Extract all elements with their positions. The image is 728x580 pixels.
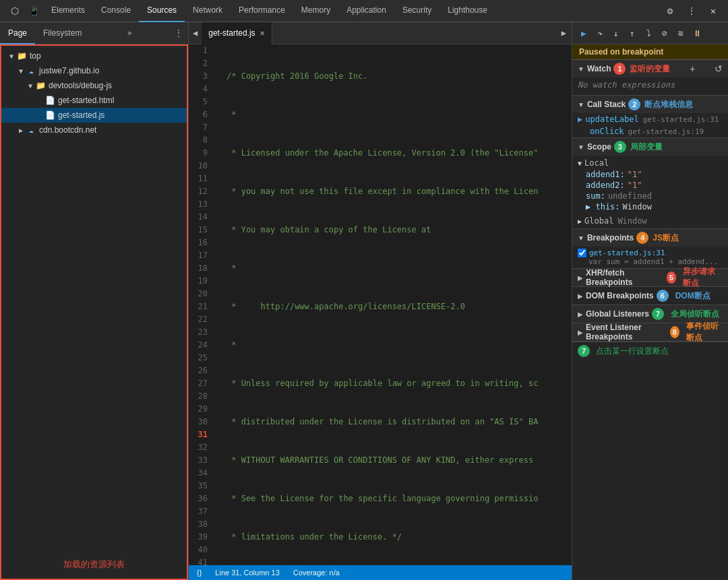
- code-line-4: * you may not use this file except in co…: [218, 185, 572, 198]
- line-numbers: 1 2 3 4 5 6 7 8 9 10 11 12 13 14 15 16 1…: [189, 44, 213, 565]
- watch-title: Watch: [587, 64, 611, 73]
- status-coverage: Coverage: n/a: [293, 569, 340, 577]
- tab-sources[interactable]: Sources: [139, 0, 185, 22]
- call-stack-item-onclick[interactable]: onClick get-started.js:19: [572, 125, 728, 137]
- scope-key-this: ▶ this:: [586, 202, 620, 212]
- left-tabs-options[interactable]: ⋮: [169, 22, 188, 44]
- event-listeners-arrow: ▶: [578, 329, 583, 336]
- status-line-col[interactable]: Line 31, Column 13: [215, 569, 279, 577]
- tab-filesystem[interactable]: Filesystem: [35, 22, 90, 44]
- code-line-9: * Unless required by applicable law or a…: [218, 377, 572, 390]
- dom-annotation: DOM断点: [675, 290, 710, 302]
- mobile-icon[interactable]: 📱: [24, 1, 43, 20]
- scope-key-sum: sum:: [586, 191, 605, 201]
- breakpoint-check-1[interactable]: [578, 249, 586, 257]
- bp-file-1: get-started.js:31: [589, 249, 665, 257]
- tree-label-devtools: devtools/debug-js: [49, 81, 112, 90]
- xhr-section: ▶ XHR/fetch Breakpoints 5 异步请求断点: [572, 269, 728, 287]
- watch-add-btn[interactable]: +: [690, 63, 695, 74]
- tree-item-justwe7[interactable]: ▼ ☁ justwe7.github.io: [1, 63, 187, 78]
- xhr-header[interactable]: ▶ XHR/fetch Breakpoints 5 异步请求断点: [572, 269, 728, 286]
- debug-deactivate-btn[interactable]: ⊘: [657, 26, 672, 40]
- scope-header[interactable]: ▼ Scope 3 局部变量: [572, 138, 728, 156]
- watch-refresh-btn[interactable]: ↺: [715, 63, 723, 74]
- tree-label-justwe7: justwe7.github.io: [39, 66, 99, 75]
- tree-arrow-cdn[interactable]: ▶: [16, 127, 26, 134]
- debug-resume-btn[interactable]: ▶: [576, 26, 591, 40]
- code-line-5: * You may obtain a copy of the License a…: [218, 224, 572, 236]
- tab-memory[interactable]: Memory: [293, 0, 338, 22]
- cursor-icon[interactable]: ⬡: [5, 1, 24, 20]
- scope-val-addend2: "1": [628, 181, 642, 190]
- scope-item-sum: sum: undefined: [572, 191, 728, 201]
- debug-async-btn[interactable]: ≋: [673, 26, 688, 40]
- right-panel: ▶ ↷ ↓ ↑ ⤵ ⊘ ≋ ⏸ Paused on breakpoint ▼ W…: [572, 22, 728, 580]
- breakpoints-arrow: ▼: [578, 234, 584, 242]
- editor-tab-close[interactable]: ✕: [260, 30, 265, 37]
- tree-item-cdn[interactable]: ▶ ☁ cdn.bootcdn.net: [1, 123, 187, 137]
- no-watch-text: No watch expressions: [572, 77, 728, 95]
- breakpoints-header[interactable]: ▼ Breakpoints 4 JS断点: [572, 229, 728, 247]
- tree-label-js: get-started.js: [58, 110, 104, 120]
- debug-pause-btn[interactable]: ⏸: [690, 26, 704, 40]
- global-listeners-title: Global Listeners: [586, 309, 649, 319]
- scope-global: ▶ Global Window: [572, 214, 728, 228]
- editor-tab-more[interactable]: ▶: [556, 28, 572, 38]
- tree-item-devtools[interactable]: ▼ 📁 devtools/debug-js: [1, 78, 187, 93]
- cloud-icon-cdn: ☁: [26, 125, 36, 135]
- watch-section-header[interactable]: ▼ Watch 1 监听的变量 + ↺: [572, 60, 728, 77]
- tree-item-html[interactable]: 📄 get-started.html: [1, 93, 187, 108]
- more-icon[interactable]: ⋮: [682, 1, 701, 20]
- call-stack-item-updatelabel[interactable]: ▶ updateLabel get-started.js:31: [572, 113, 728, 125]
- tree-item-top[interactable]: ▼ 📁 top: [1, 49, 187, 63]
- scope-local-header[interactable]: ▼ Local: [572, 157, 728, 169]
- scope-title: Scope: [587, 142, 611, 152]
- tree-arrow-devtools[interactable]: ▼: [26, 82, 35, 90]
- tab-page[interactable]: Page: [0, 22, 35, 44]
- tab-elements[interactable]: Elements: [43, 0, 93, 22]
- editor-tab-back[interactable]: ◀: [189, 28, 202, 38]
- scope-badge: 3: [614, 141, 626, 153]
- tree-item-js[interactable]: 📄 get-started.js: [1, 108, 187, 123]
- close-icon[interactable]: ✕: [704, 1, 723, 20]
- tab-console[interactable]: Console: [93, 0, 139, 22]
- code-area[interactable]: 1 2 3 4 5 6 7 8 9 10 11 12 13 14 15 16 1…: [189, 44, 572, 565]
- debug-step-btn[interactable]: ⤵: [641, 26, 656, 40]
- editor-file-tab-js[interactable]: get-started.js ✕: [202, 22, 272, 44]
- tab-network[interactable]: Network: [185, 0, 231, 22]
- tree-arrow-justwe7[interactable]: ▼: [16, 67, 26, 75]
- tree-label-cdn: cdn.bootcdn.net: [39, 125, 96, 135]
- global-listeners-arrow: ▶: [578, 311, 583, 318]
- breakpoint-checkbox-1[interactable]: get-started.js:31: [578, 249, 723, 257]
- scope-global-label: Global: [584, 216, 613, 226]
- scope-item-addend2: addend2: "1": [572, 180, 728, 191]
- tab-application[interactable]: Application: [338, 0, 394, 22]
- debug-stepinto-btn[interactable]: ↓: [609, 26, 624, 40]
- debug-stepout-btn[interactable]: ↑: [625, 26, 640, 40]
- xhr-arrow: ▶: [578, 274, 583, 282]
- code-line-8: *: [218, 339, 572, 352]
- status-braces[interactable]: {}: [197, 569, 202, 577]
- event-listeners-header[interactable]: ▶ Event Listener Breakpoints 8 事件侦听断点: [572, 323, 728, 341]
- scope-global-header[interactable]: ▶ Global Window: [572, 215, 728, 227]
- tab-lighthouse[interactable]: Lighthouse: [439, 0, 495, 22]
- settings-icon[interactable]: ⚙: [661, 1, 679, 20]
- breakpoints-title: Breakpoints: [587, 233, 634, 243]
- scope-val-sum: undefined: [608, 191, 652, 201]
- tree-arrow-top[interactable]: ▼: [7, 53, 16, 60]
- dom-section: ▶ DOM Breakpoints 6 DOM断点: [572, 287, 728, 305]
- scope-item-addend1: addend1: "1": [572, 169, 728, 180]
- scope-item-this[interactable]: ▶ this: Window: [572, 201, 728, 212]
- code-line-13: * limitations under the License. */: [218, 531, 572, 544]
- code-content[interactable]: /* Copyright 2016 Google Inc. * * Licens…: [213, 44, 572, 565]
- file-tree-panel: Page Filesystem » ⋮ ▼ 📁 top ▼ ☁ justwe7.…: [0, 22, 189, 580]
- code-line-11: * WITHOUT WARRANTIES OR CONDITIONS OF AN…: [218, 454, 572, 467]
- file-tree: ▼ 📁 top ▼ ☁ justwe7.github.io ▼ 📁 devtoo…: [0, 44, 188, 580]
- left-tabs-more[interactable]: »: [122, 22, 138, 44]
- debug-stepover-btn[interactable]: ↷: [593, 26, 607, 40]
- call-stack-header[interactable]: ▼ Call Stack 2 断点堆栈信息: [572, 96, 728, 113]
- tab-security[interactable]: Security: [394, 0, 439, 22]
- tab-performance[interactable]: Performance: [231, 0, 293, 22]
- bp-code-1: var sum = addend1 + addend...: [578, 257, 723, 266]
- dom-header[interactable]: ▶ DOM Breakpoints 6 DOM断点: [572, 287, 728, 304]
